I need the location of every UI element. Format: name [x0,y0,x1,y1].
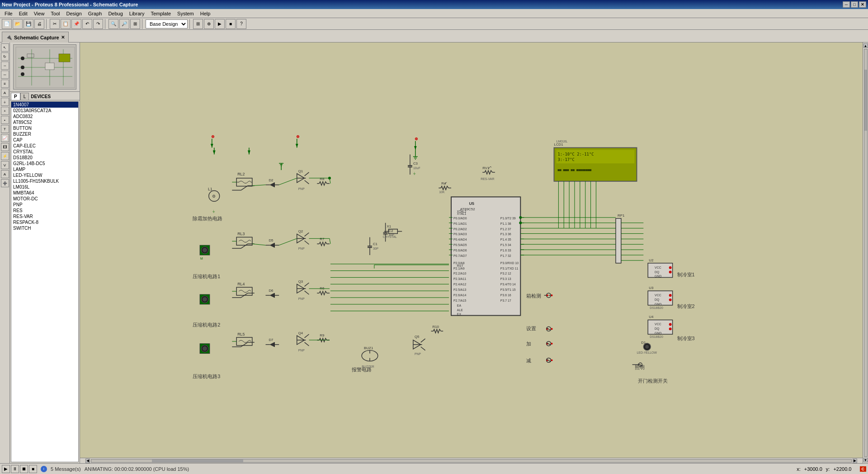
tb-new[interactable]: 📄 [2,19,12,29]
device-item-0[interactable]: 1N4007 [11,102,78,108]
tool-curr[interactable]: A [1,170,9,178]
device-item-9[interactable]: DS18B20 [11,155,78,161]
device-item-21[interactable]: SWITCH [11,225,78,231]
device-item-19[interactable]: RES-VAR [11,213,78,219]
device-tab-p[interactable]: P [11,93,20,100]
menu-file[interactable]: File [2,10,15,17]
hscroll-left-btn[interactable]: ◀ [85,459,90,463]
tool-add[interactable]: ➕ [1,179,9,187]
device-item-17[interactable]: PNP [11,202,78,208]
svg-text:RL3: RL3 [237,232,245,236]
device-item-5[interactable]: BUZZER [11,131,78,137]
device-item-8[interactable]: CRYSTAL [11,149,78,155]
design-dropdown[interactable]: Base Design [146,19,188,28]
vscroll-thumb[interactable] [864,70,867,131]
tb-open[interactable]: 📂 [13,19,23,29]
device-item-12[interactable]: LED-YELLOW [11,172,78,178]
menu-help[interactable]: Help [198,10,213,17]
device-item-16[interactable]: MOTOR-DC [11,196,78,202]
tb-copy[interactable]: 📋 [61,19,71,29]
tool-gen[interactable]: ⚡ [1,152,9,160]
device-item-20[interactable]: RESPACK-8 [11,219,78,225]
menu-system[interactable]: System [175,10,197,17]
maximize-button[interactable]: □ [851,1,858,8]
svg-point-328 [551,359,553,361]
svg-text:P2.3/A11: P2.3/A11 [453,277,467,280]
minimize-button[interactable]: ─ [843,1,850,8]
tool-graph[interactable]: 📈 [1,134,9,142]
device-item-3[interactable]: AT89C52 [11,119,78,125]
tb-zoom-out[interactable]: 🔎 [119,19,129,29]
tool-power[interactable]: ⏚ [1,98,9,106]
tb-undo[interactable]: ↶ [82,19,92,29]
close-button[interactable]: ✕ [859,1,866,8]
play-button[interactable]: ▶ [2,465,10,473]
tool-tape[interactable]: 🎞 [1,143,9,151]
device-item-6[interactable]: CAP [11,137,78,143]
svg-text:DQ: DQ [655,327,660,331]
tool-text[interactable]: T [1,125,9,133]
menu-design[interactable]: Design [64,10,85,17]
canvas-area[interactable]: RL2 RL3 RL4 RL5 [80,43,863,463]
stop-button[interactable]: ⏹ [20,465,28,473]
stop-button-2[interactable]: ■ [29,465,37,473]
device-item-4[interactable]: BUTTON [11,125,78,131]
hscroll-track[interactable] [91,459,852,463]
vscroll-down-btn[interactable]: ▼ [863,458,868,462]
tb-zoom-in[interactable]: 🔍 [108,19,118,29]
vertical-scrollbar[interactable]: ▲ ▼ [863,43,868,463]
tb-stop[interactable]: ■ [226,19,236,29]
tb-redo[interactable]: ↷ [93,19,103,29]
menu-template[interactable]: Template [148,10,174,17]
tool-wire[interactable]: ─ [1,71,9,79]
menu-tool[interactable]: Tool [48,10,62,17]
tb-help2[interactable]: ? [236,19,246,29]
tb-grid[interactable]: ⊞ [193,19,203,29]
device-item-2[interactable]: ADC0832 [11,114,78,119]
device-item-14[interactable]: LM016L [11,184,78,190]
pause-button[interactable]: ⏸ [11,465,19,473]
tb-save[interactable]: 💾 [24,19,33,29]
tool-component[interactable]: + [1,107,9,115]
tab-schematic[interactable]: 🔌 Schematic Capture ✕ [2,32,69,43]
tb-sep4 [189,19,191,29]
device-item-15[interactable]: MMBTA64 [11,190,78,196]
tool-label[interactable]: A [1,89,9,97]
tool-select[interactable]: ↖ [1,43,9,52]
tb-paste[interactable]: 📌 [71,19,81,29]
device-item-10[interactable]: G2RL-14B-DC5 [11,161,78,166]
device-item-1[interactable]: 02013A0R5CAT2A [11,108,78,114]
device-item-13[interactable]: LL1005-FH15NKBULK [11,178,78,184]
tool-mirror[interactable]: ↔ [1,62,9,70]
menu-view[interactable]: View [31,10,47,17]
svg-text:EX: EX [457,313,462,316]
menu-graph[interactable]: Graph [85,10,105,17]
hscroll-right-btn[interactable]: ▶ [853,459,857,463]
svg-text:设置: 设置 [526,326,536,331]
horizontal-scrollbar[interactable]: ◀ ▶ [80,458,863,463]
tab-close-button[interactable]: ✕ [61,35,65,40]
tb-zoom-fit[interactable]: ⊞ [130,19,140,29]
tb-cut[interactable]: ✂ [50,19,60,29]
svg-text:P1.0/T2 39: P1.0/T2 39 [500,217,516,220]
device-item-7[interactable]: CAP-ELEC [11,143,78,149]
tb-snap[interactable]: ⊕ [204,19,214,29]
device-item-11[interactable]: LAMP [11,166,78,172]
device-tab-l[interactable]: L [20,93,29,100]
hscroll-thumb[interactable] [152,460,243,462]
svg-point-256 [669,271,672,274]
vscroll-up-btn[interactable]: ▲ [863,43,868,48]
tool-volt[interactable]: V [1,161,9,169]
tb-run[interactable]: ▶ [215,19,225,29]
device-item-18[interactable]: RES [11,208,78,213]
svg-point-324 [551,343,553,345]
menu-debug[interactable]: Debug [105,10,125,17]
menu-library[interactable]: Library [127,10,147,17]
tool-probe[interactable]: • [1,116,9,124]
vscroll-track[interactable] [864,49,868,457]
tool-rotate[interactable]: ↻ [1,52,9,61]
device-list[interactable]: 1N4007 02013A0R5CAT2A ADC0832 AT89C52 BU… [11,101,79,462]
tb-print[interactable]: 🖨 [34,19,44,29]
menu-edit[interactable]: Edit [16,10,30,17]
tool-bus[interactable]: ≡ [1,80,9,88]
